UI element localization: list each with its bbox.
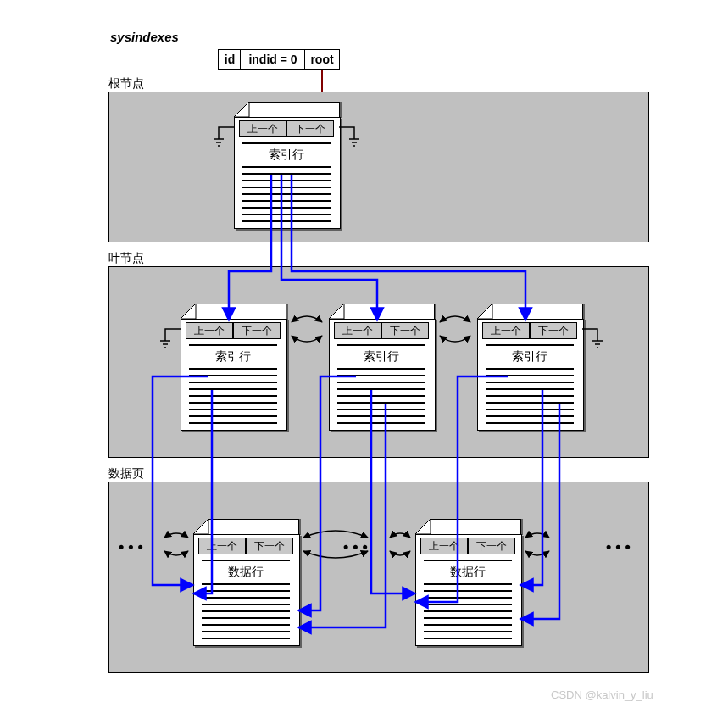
page-header-prev: 上一个	[198, 538, 246, 554]
page-header-next: 下一个	[381, 322, 429, 339]
page-content-label: 数据行	[193, 565, 298, 580]
section-label-leaf: 叶节点	[108, 251, 144, 266]
svg-marker-0	[234, 102, 249, 117]
section-label-data: 数据页	[108, 466, 144, 482]
page-header-prev: 上一个	[482, 322, 530, 339]
ellipsis-icon: • • •	[606, 538, 631, 556]
page-leaf-1: 上一个 下一个 索引行	[181, 304, 286, 429]
page-data-2: 上一个 下一个 数据行	[415, 519, 520, 644]
page-header-next: 下一个	[468, 538, 515, 554]
page-header-prev: 上一个	[239, 120, 286, 137]
page-data-1: 上一个 下一个 数据行	[193, 519, 298, 644]
svg-marker-5	[415, 519, 431, 534]
page-header-prev: 上一个	[420, 538, 468, 554]
section-label-root: 根节点	[108, 76, 144, 92]
svg-marker-1	[181, 304, 196, 319]
panel-root	[108, 92, 649, 242]
page-content-label: 索引行	[234, 148, 339, 163]
page-content-label: 索引行	[329, 349, 434, 365]
svg-marker-4	[193, 519, 208, 534]
page-leaf-2: 上一个 下一个 索引行	[329, 304, 434, 429]
diagram-canvas: sysindexes id indid = 0 root 根节点 叶节点 数据页…	[0, 0, 728, 713]
ellipsis-icon: • • •	[119, 538, 143, 556]
page-root: 上一个 下一个 索引行	[234, 102, 339, 227]
cell-root: root	[304, 49, 340, 70]
page-header-prev: 上一个	[186, 322, 233, 339]
diagram-title: sysindexes	[110, 30, 179, 44]
page-header-next: 下一个	[246, 538, 293, 554]
page-header-prev: 上一个	[334, 322, 381, 339]
page-header-next: 下一个	[530, 322, 577, 339]
page-header-next: 下一个	[286, 120, 334, 137]
page-content-label: 数据行	[415, 565, 520, 580]
panel-data	[108, 482, 649, 673]
page-content-label: 索引行	[477, 349, 582, 365]
svg-marker-2	[329, 304, 344, 319]
page-header-next: 下一个	[233, 322, 281, 339]
page-leaf-3: 上一个 下一个 索引行	[477, 304, 582, 429]
page-content-label: 索引行	[181, 349, 286, 365]
cell-id: id	[218, 49, 242, 70]
svg-marker-3	[477, 304, 492, 319]
watermark: CSDN @kalvin_y_liu	[551, 688, 653, 701]
cell-indid: indid = 0	[240, 49, 306, 70]
ellipsis-icon: • • •	[343, 538, 368, 556]
